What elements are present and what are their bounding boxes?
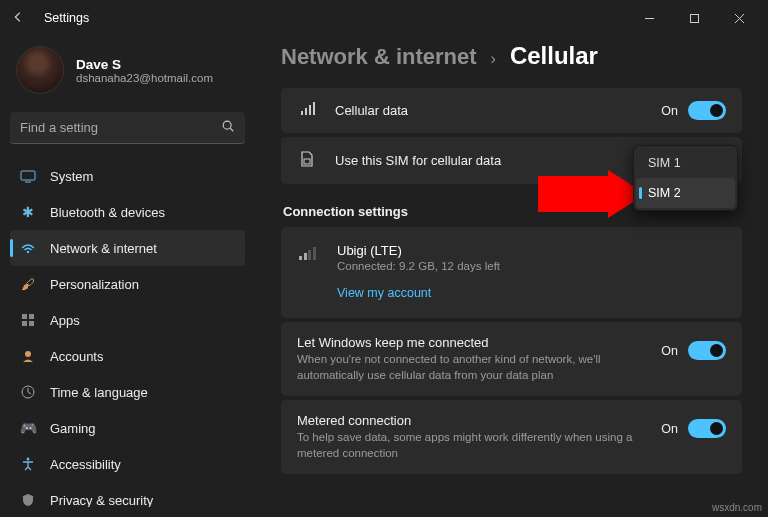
provider-name: Ubigi (LTE): [337, 243, 500, 258]
svg-rect-17: [313, 102, 315, 115]
sidebar-item-system[interactable]: System: [10, 158, 245, 194]
signal-strength-icon: [299, 243, 319, 260]
provider-status: Connected: 9.2 GB, 12 days left: [337, 260, 500, 272]
svg-rect-10: [29, 321, 34, 326]
sidebar-item-label: Accessibility: [50, 457, 121, 472]
profile-name: Dave S: [76, 57, 213, 72]
svg-point-6: [27, 251, 29, 253]
sidebar-item-personalization[interactable]: 🖌 Personalization: [10, 266, 245, 302]
breadcrumb-current: Cellular: [510, 42, 598, 70]
window-title: Settings: [44, 11, 89, 25]
provider-card[interactable]: Ubigi (LTE) Connected: 9.2 GB, 12 days l…: [281, 227, 742, 318]
svg-rect-9: [22, 321, 27, 326]
toggle-state: On: [661, 104, 678, 118]
sim-dropdown[interactable]: SIM 1 SIM 2: [633, 145, 738, 211]
sidebar-item-time[interactable]: Time & language: [10, 374, 245, 410]
profile-email: dshanaha23@hotmail.com: [76, 72, 213, 84]
svg-rect-1: [691, 14, 699, 22]
titlebar: Settings: [0, 0, 768, 36]
sidebar: Dave S dshanaha23@hotmail.com System ✱ B…: [0, 36, 255, 517]
bluetooth-icon: ✱: [20, 204, 36, 220]
sim-option-1[interactable]: SIM 1: [636, 148, 735, 178]
svg-rect-14: [301, 111, 303, 115]
wifi-icon: [20, 240, 36, 256]
sidebar-item-label: Gaming: [50, 421, 96, 436]
minimize-button[interactable]: [627, 3, 672, 33]
row-title: Cellular data: [335, 103, 643, 118]
gamepad-icon: 🎮: [20, 420, 36, 436]
sidebar-item-apps[interactable]: Apps: [10, 302, 245, 338]
svg-point-13: [27, 458, 30, 461]
sidebar-item-label: Personalization: [50, 277, 139, 292]
row-keep-connected[interactable]: Let Windows keep me connected When you'r…: [281, 322, 742, 396]
search-icon: [221, 119, 235, 136]
svg-point-11: [25, 351, 31, 357]
chevron-right-icon: ›: [491, 50, 496, 68]
toggle-metered[interactable]: [688, 419, 726, 438]
accessibility-icon: [20, 456, 36, 472]
row-sub: To help save data, some apps might work …: [297, 430, 643, 461]
svg-rect-18: [304, 159, 310, 164]
toggle-cellular-data[interactable]: [688, 101, 726, 120]
search-input[interactable]: [20, 120, 221, 135]
sidebar-item-bluetooth[interactable]: ✱ Bluetooth & devices: [10, 194, 245, 230]
toggle-state: On: [661, 344, 678, 358]
clock-icon: [20, 384, 36, 400]
row-title: Let Windows keep me connected: [297, 335, 643, 350]
system-icon: [20, 168, 36, 184]
breadcrumb-parent[interactable]: Network & internet: [281, 44, 477, 70]
sidebar-item-network[interactable]: Network & internet: [10, 230, 245, 266]
svg-marker-19: [538, 170, 646, 218]
row-cellular-data[interactable]: Cellular data On: [281, 88, 742, 133]
sidebar-item-accessibility[interactable]: Accessibility: [10, 446, 245, 482]
row-title: Use this SIM for cellular data: [335, 153, 598, 168]
sim-option-2[interactable]: SIM 2: [636, 178, 735, 208]
svg-rect-15: [305, 108, 307, 115]
svg-rect-8: [29, 314, 34, 319]
person-icon: [20, 348, 36, 364]
profile-block[interactable]: Dave S dshanaha23@hotmail.com: [10, 36, 245, 112]
svg-rect-4: [21, 171, 35, 180]
search-box[interactable]: [10, 112, 245, 144]
sidebar-item-label: Bluetooth & devices: [50, 205, 165, 220]
sidebar-item-label: Apps: [50, 313, 80, 328]
signal-bars-icon: [297, 101, 317, 120]
sim-icon: [297, 150, 317, 171]
annotation-arrow: [538, 170, 648, 218]
row-sub: When you're not connected to another kin…: [297, 352, 643, 383]
close-button[interactable]: [717, 3, 762, 33]
row-title: Metered connection: [297, 413, 643, 428]
sidebar-item-label: Time & language: [50, 385, 148, 400]
toggle-keep-connected[interactable]: [688, 341, 726, 360]
sidebar-item-label: Privacy & security: [50, 493, 153, 508]
back-button[interactable]: [6, 10, 30, 27]
svg-line-3: [230, 128, 233, 131]
sidebar-item-accounts[interactable]: Accounts: [10, 338, 245, 374]
row-metered[interactable]: Metered connection To help save data, so…: [281, 400, 742, 474]
avatar: [16, 46, 64, 94]
sidebar-item-label: Accounts: [50, 349, 103, 364]
toggle-state: On: [661, 422, 678, 436]
watermark: wsxdn.com: [712, 502, 762, 513]
maximize-button[interactable]: [672, 3, 717, 33]
apps-icon: [20, 312, 36, 328]
shield-icon: [20, 492, 36, 507]
svg-rect-7: [22, 314, 27, 319]
breadcrumb: Network & internet › Cellular: [281, 42, 742, 70]
sidebar-item-label: System: [50, 169, 93, 184]
brush-icon: 🖌: [20, 276, 36, 292]
content-area: Network & internet › Cellular Cellular d…: [255, 36, 768, 517]
svg-rect-16: [309, 105, 311, 115]
sidebar-item-privacy[interactable]: Privacy & security: [10, 482, 245, 507]
sidebar-item-label: Network & internet: [50, 241, 157, 256]
sidebar-item-gaming[interactable]: 🎮 Gaming: [10, 410, 245, 446]
svg-point-2: [223, 121, 231, 129]
window-controls: [627, 3, 762, 33]
view-account-link[interactable]: View my account: [337, 286, 431, 300]
